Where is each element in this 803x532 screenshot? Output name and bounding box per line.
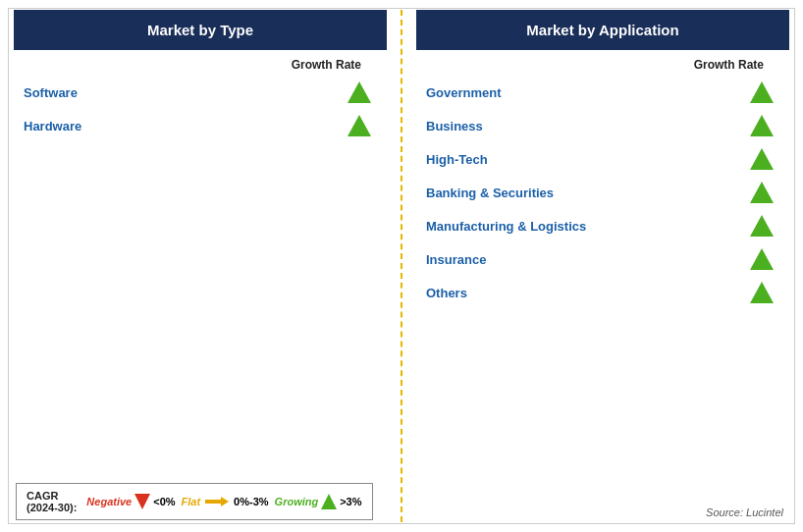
banking-label: Banking & Securities	[426, 186, 554, 200]
legend-title-line1: CAGR	[27, 490, 58, 502]
hightech-label: High-Tech	[426, 152, 488, 167]
source-text: Source: Lucintel	[706, 506, 783, 518]
right-item-government: Government	[402, 76, 803, 109]
legend-negative: Negative <0%	[86, 494, 175, 509]
software-arrow-up-icon	[348, 81, 371, 103]
legend-title-line2: (2024-30):	[27, 502, 77, 513]
left-header-label: Market by Type	[147, 22, 253, 38]
right-item-banking: Banking & Securities	[402, 176, 803, 209]
business-label: Business	[426, 119, 483, 133]
svg-marker-0	[205, 497, 229, 506]
business-arrow-up-icon	[750, 115, 774, 136]
right-panel: Market by Application Growth Rate Govern…	[402, 0, 803, 532]
flat-label: Flat	[182, 496, 201, 507]
negative-label: Negative	[86, 496, 132, 507]
legend-growing: Growing >3%	[275, 494, 362, 509]
insurance-arrow-up-icon	[750, 248, 774, 270]
software-label: Software	[24, 85, 78, 100]
left-item-software: Software	[0, 76, 401, 109]
flat-value: 0%-3%	[234, 496, 268, 507]
growing-label: Growing	[275, 496, 319, 507]
insurance-label: Insurance	[426, 252, 486, 267]
right-item-business: Business	[402, 109, 803, 142]
right-item-insurance: Insurance	[402, 242, 803, 276]
source-label: Source: Lucintel	[706, 506, 783, 518]
right-item-others: Others	[402, 276, 803, 309]
hardware-label: Hardware	[24, 119, 81, 133]
left-item-hardware: Hardware	[0, 109, 401, 142]
hardware-arrow-up-icon	[348, 115, 371, 136]
growing-value: >3%	[340, 496, 361, 507]
others-arrow-up-icon	[750, 282, 774, 303]
right-item-manufacturing: Manufacturing & Logistics	[402, 209, 803, 242]
others-label: Others	[426, 286, 467, 300]
flat-arrow-icon	[205, 496, 229, 507]
negative-arrow-down-icon	[134, 494, 150, 509]
right-panel-header: Market by Application	[416, 10, 789, 50]
left-growth-rate-label: Growth Rate	[0, 50, 401, 76]
left-panel-header: Market by Type	[14, 10, 387, 50]
manufacturing-label: Manufacturing & Logistics	[426, 219, 586, 234]
manufacturing-arrow-up-icon	[750, 215, 774, 237]
government-arrow-up-icon	[750, 81, 774, 103]
growing-arrow-up-icon	[321, 494, 337, 509]
left-growth-text: Growth Rate	[292, 58, 361, 72]
panels-wrapper: Market by Type Growth Rate Software Hard…	[0, 0, 803, 532]
banking-arrow-up-icon	[750, 182, 774, 203]
legend-title: CAGR (2024-30):	[27, 490, 77, 513]
right-item-hightech: High-Tech	[402, 142, 803, 176]
content-area: Market by Type Growth Rate Software Hard…	[0, 0, 803, 532]
hightech-arrow-up-icon	[750, 148, 774, 170]
right-growth-rate-label: Growth Rate	[402, 50, 803, 76]
right-growth-text: Growth Rate	[694, 58, 764, 72]
legend-flat: Flat 0%-3%	[182, 496, 269, 507]
right-header-label: Market by Application	[526, 22, 678, 38]
legend-box: CAGR (2024-30): Negative <0% Flat 0%-3% …	[16, 483, 373, 520]
left-panel: Market by Type Growth Rate Software Hard…	[0, 0, 401, 532]
government-label: Government	[426, 85, 502, 100]
negative-value: <0%	[153, 496, 175, 507]
